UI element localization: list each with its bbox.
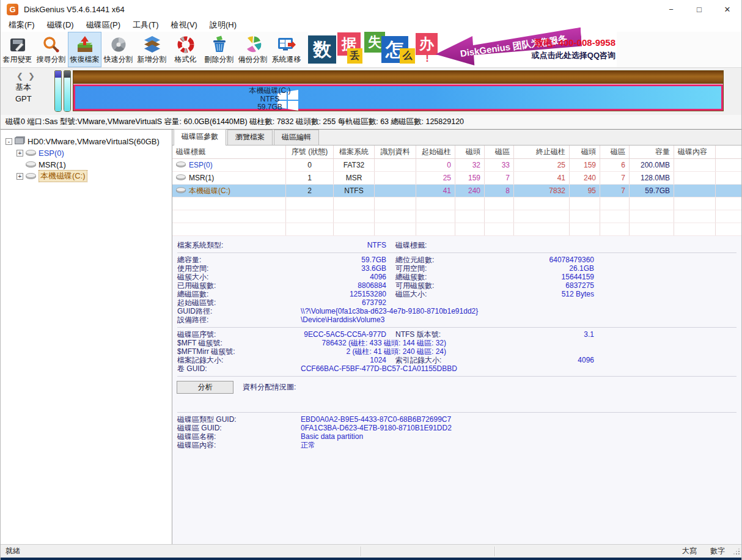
- tree-item-hd0[interactable]: - HD0:VMware,VMwareVirtualS(60GB): [1, 136, 172, 147]
- disk-icon: [15, 136, 25, 146]
- backup-partition-button[interactable]: 備份分割: [236, 32, 270, 67]
- new-partition-icon: [143, 35, 161, 54]
- tree-item-c-drive[interactable]: + 本機磁碟(C:): [1, 171, 172, 182]
- search-partition-button[interactable]: 搜尋分割: [34, 32, 68, 67]
- detail-value: 正常: [301, 441, 315, 449]
- tree-item-msr[interactable]: MSR(1): [1, 159, 172, 170]
- detail-label: 磁簇大小:: [172, 273, 293, 281]
- ad-tile: 数: [308, 35, 336, 64]
- table-row-esp[interactable]: ESP(0) 0 FAT32 0 32 33 25 159 6 200.0MB: [172, 159, 741, 172]
- partition-details: 檔案系統類型:NTFS磁碟標籤: 總容量:59.7GB總位元組數:6407847…: [172, 236, 741, 544]
- detail-value: 9ECC-5AC5-CC5A-977D: [293, 330, 386, 339]
- c-partition-bar[interactable]: 本機磁碟(C:) NTFS 59.7GB: [73, 84, 723, 111]
- menu-bar: 檔案(F) 磁碟(D) 磁碟區(P) 工具(T) 檢視(V) 說明(H): [1, 18, 741, 32]
- detail-value: \Device\HarddiskVolume3: [301, 315, 384, 324]
- ad-banner[interactable]: 数 据 丢 失 怎 么 办 ! DiskGenius 团队为您服务 致电: 40…: [308, 32, 617, 67]
- menu-item-help[interactable]: 說明(H): [204, 20, 243, 31]
- partition-icon: [176, 161, 186, 169]
- ad-phone: 致电: 400-008-9958: [534, 37, 615, 49]
- menu-item-disk[interactable]: 磁碟(D): [41, 20, 80, 31]
- detail-label: 磁碟區 GUID:: [172, 424, 293, 432]
- next-disk-icon[interactable]: ❯: [28, 72, 40, 81]
- detail-value: 673792: [293, 298, 386, 307]
- close-button[interactable]: ✕: [713, 0, 741, 18]
- detail-value: 2 (磁柱: 41 磁頭: 240 磁區: 24): [293, 347, 446, 356]
- divider: [177, 376, 736, 377]
- detail-label: 索引記錄大小:: [395, 356, 481, 364]
- search-partition-icon: [42, 35, 61, 54]
- detail-label: 磁碟標籤:: [395, 241, 481, 249]
- resize-grip[interactable]: [732, 547, 741, 556]
- detail-label: $MFTMirr 磁簇號:: [172, 347, 293, 356]
- divider: [177, 327, 736, 328]
- toolbar-label: 新增分割: [138, 54, 167, 65]
- divider: [177, 252, 736, 253]
- detail-value: 26.1GB: [481, 264, 594, 273]
- toolbar-label: 備份分割: [238, 54, 268, 65]
- detail-value: 0FA1C3BA-D623-4E7B-9180-8710B1E91DD2: [301, 424, 452, 432]
- table-row-msr[interactable]: MSR(1) 1 MSR 25 159 7 41 240 7 128.0MB: [172, 172, 741, 185]
- new-partition-button[interactable]: 新增分割: [135, 32, 169, 67]
- apply-changes-button[interactable]: 套用變更: [1, 32, 34, 67]
- menu-item-partition[interactable]: 磁碟區(P): [80, 20, 127, 31]
- partition-tree: - HD0:VMware,VMwareVirtualS(60GB) + ESP(…: [1, 130, 172, 544]
- recover-files-button[interactable]: 恢復檔案: [68, 32, 101, 67]
- toolbar-label: 格式化: [175, 54, 197, 65]
- expand-icon[interactable]: +: [17, 150, 23, 157]
- menu-item-file[interactable]: 檔案(F): [2, 20, 41, 31]
- detail-value: 64078479360: [481, 256, 594, 264]
- menu-item-tools[interactable]: 工具(T): [127, 20, 165, 31]
- app-icon: G: [7, 4, 18, 15]
- maximize-button[interactable]: □: [685, 0, 713, 18]
- status-caps-lock: 大寫: [675, 546, 703, 556]
- msr-partition-bar[interactable]: [64, 70, 71, 112]
- disk-overview-panel: ❮❯ 基本 GPT 本機磁碟(C:) NTFS 59.7GB: [1, 67, 741, 115]
- esp-partition-bar[interactable]: [54, 70, 62, 112]
- tab-browse-files[interactable]: 瀏覽檔案: [227, 130, 273, 145]
- prev-disk-icon[interactable]: ❮: [17, 72, 28, 81]
- collapse-icon[interactable]: -: [6, 138, 12, 145]
- expand-icon[interactable]: +: [17, 173, 23, 180]
- ad-qq-link[interactable]: 或点击此处选择QQ咨询: [532, 50, 615, 61]
- table-row-c-drive[interactable]: 本機磁碟(C:) 2 NTFS 41 240 8 7832 95 7 59.7G…: [172, 185, 741, 197]
- menu-item-view[interactable]: 檢視(V): [165, 20, 204, 31]
- divider: [494, 547, 495, 556]
- toolbar-label: 快速分割: [104, 54, 133, 65]
- system-migrate-button[interactable]: 系統遷移: [270, 32, 303, 67]
- detail-value: 4096: [481, 356, 594, 364]
- disk-nav-arrows[interactable]: ❮❯: [17, 72, 40, 81]
- partition-table: 磁碟標籤 序號 (狀態) 檔案系統 識別資料 起始磁柱 磁頭 磁區 終止磁柱 磁…: [172, 146, 741, 236]
- detail-label: 卷 GUID:: [172, 364, 293, 373]
- taskbar-edge: [1, 558, 741, 560]
- analyze-button[interactable]: 分析: [177, 381, 233, 394]
- format-icon: [177, 35, 195, 54]
- detail-value: 3.1: [481, 330, 594, 339]
- detail-label: 使用空間:: [172, 264, 293, 273]
- detail-label: 磁區大小:: [395, 290, 481, 298]
- tab-sector-edit[interactable]: 磁區編輯: [274, 130, 319, 145]
- detail-value: 1024: [293, 356, 386, 364]
- detail-label: 可用磁簇數:: [395, 281, 481, 290]
- tree-item-esp[interactable]: + ESP(0): [1, 147, 172, 158]
- toolbar-label: 刪除分割: [205, 54, 234, 65]
- disk-band[interactable]: [73, 71, 723, 84]
- toolbar-label: 系統遷移: [272, 54, 301, 65]
- detail-value: CCF66BAC-F5BF-477D-BC57-C1A01155DBBD: [301, 364, 457, 373]
- toolbar-label: 搜尋分割: [37, 54, 66, 65]
- divider: [361, 547, 361, 556]
- table-empty-row: [172, 197, 741, 210]
- detail-value: 6837275: [481, 281, 594, 290]
- ad-tile: 么: [400, 48, 415, 64]
- detail-value: NTFS: [293, 241, 386, 249]
- format-button[interactable]: 格式化: [169, 32, 202, 67]
- tab-partition-parameters[interactable]: 磁碟區參數: [174, 129, 226, 146]
- quick-partition-button[interactable]: 快速分割: [101, 32, 135, 67]
- system-migrate-icon: [277, 35, 296, 54]
- minimize-button[interactable]: −: [657, 0, 685, 18]
- delete-partition-button[interactable]: 刪除分割: [202, 32, 236, 67]
- toolbar-label: 恢復檔案: [70, 54, 100, 65]
- partition-icon: [176, 186, 186, 195]
- delete-partition-icon: [210, 35, 229, 54]
- detail-value: 59.7GB: [293, 256, 386, 264]
- disk-bar: 本機磁碟(C:) NTFS 59.7GB: [73, 70, 724, 111]
